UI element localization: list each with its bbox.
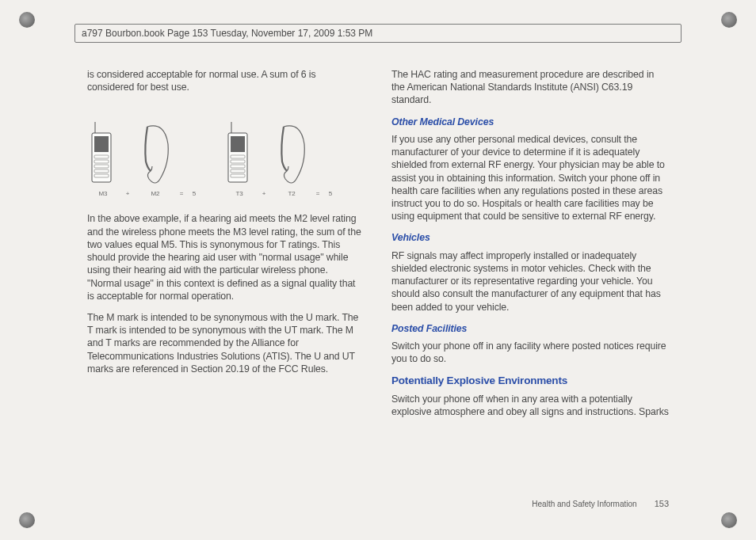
left-column: is considered acceptable for normal use.… xyxy=(87,68,365,489)
diagram-sum: 5 xyxy=(329,190,332,199)
svg-rect-3 xyxy=(94,155,109,158)
svg-rect-14 xyxy=(231,169,245,173)
svg-rect-4 xyxy=(94,160,109,163)
svg-rect-6 xyxy=(94,169,109,173)
subheading-vehicles: Vehicles xyxy=(391,231,669,244)
page-footer: Health and Safety Information 153 xyxy=(532,499,669,508)
hearing-aid-icon xyxy=(274,122,309,185)
phone-icon xyxy=(227,122,252,185)
diagram-label: M2 xyxy=(151,190,160,199)
body-text: is considered acceptable for normal use.… xyxy=(87,68,365,93)
body-text: In the above example, if a hearing aid m… xyxy=(87,212,365,302)
crop-mark-icon xyxy=(19,512,35,528)
heading-explosive-environments: Potentially Explosive Environments xyxy=(391,374,669,388)
subheading-other-medical: Other Medical Devices xyxy=(391,116,669,128)
diagram-plus: + xyxy=(262,190,266,199)
svg-rect-10 xyxy=(231,136,245,152)
page-number: 153 xyxy=(655,499,669,508)
diagram-label: T3 xyxy=(235,190,242,199)
page-header-text: a797 Bourbon.book Page 153 Tuesday, Nove… xyxy=(82,28,372,39)
svg-rect-11 xyxy=(231,155,245,158)
diagram-equals: = xyxy=(316,190,320,199)
body-text: The M mark is intended to be synonymous … xyxy=(87,311,365,375)
diagram-sum: 5 xyxy=(193,190,196,199)
svg-rect-12 xyxy=(231,160,245,163)
crop-mark-icon xyxy=(721,512,737,528)
body-text: If you use any other personal medical de… xyxy=(391,133,669,223)
body-text: The HAC rating and measurement procedure… xyxy=(391,68,669,107)
hearing-aid-icon xyxy=(138,122,173,185)
page-content: is considered acceptable for normal use.… xyxy=(87,68,669,489)
crop-mark-icon xyxy=(19,12,35,28)
diagram-label: T2 xyxy=(288,190,295,199)
diagram-plus: + xyxy=(126,190,130,199)
footer-section: Health and Safety Information xyxy=(532,500,636,508)
hac-rating-diagram: M3 + M2 = 5 xyxy=(87,111,365,198)
crop-mark-icon xyxy=(721,12,737,28)
page-header-box: a797 Bourbon.book Page 153 Tuesday, Nove… xyxy=(74,24,682,43)
svg-rect-7 xyxy=(94,174,109,177)
body-text: RF signals may affect improperly install… xyxy=(391,249,669,314)
svg-rect-5 xyxy=(94,165,109,168)
body-text: Switch your phone off when in any area w… xyxy=(391,393,669,418)
diagram-equals: = xyxy=(180,190,184,199)
svg-rect-15 xyxy=(231,174,245,177)
body-text: Switch your phone off in any facility wh… xyxy=(391,340,669,365)
subheading-posted-facilities: Posted Facilities xyxy=(391,322,669,335)
right-column: The HAC rating and measurement procedure… xyxy=(391,68,669,489)
diagram-label: M3 xyxy=(99,190,108,199)
svg-rect-13 xyxy=(231,165,245,168)
phone-icon xyxy=(90,122,116,185)
svg-rect-2 xyxy=(94,136,109,152)
